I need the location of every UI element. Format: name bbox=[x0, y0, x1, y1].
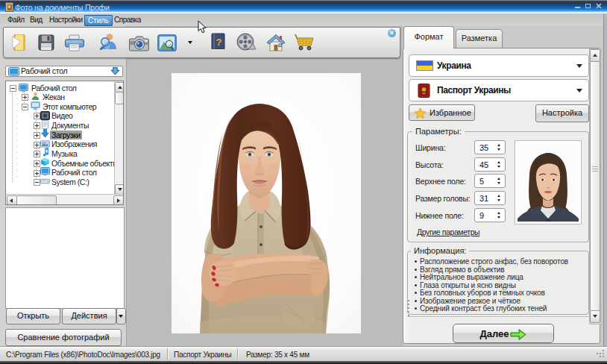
svg-text:?: ? bbox=[216, 37, 222, 48]
